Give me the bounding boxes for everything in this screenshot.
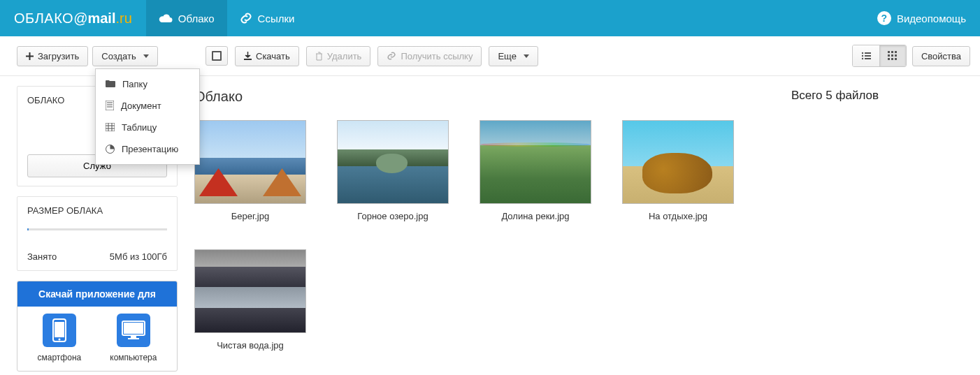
file-item[interactable]: Горное озеро.jpg [337,120,449,221]
file-name: Берег.jpg [194,211,306,221]
svg-rect-32 [128,338,139,339]
file-name: На отдыхе.jpg [622,211,734,221]
promo-smartphone-label: смартфона [38,353,82,362]
create-folder-label: Папку [122,79,147,89]
upload-button[interactable]: Загрузить [17,46,88,66]
video-help[interactable]: ? Видеопомощь [863,0,980,36]
promo-block: Скачай приложение для смартфона компьюте… [17,281,178,372]
plus-icon [26,52,34,60]
create-document-label: Документ [121,101,161,111]
create-label: Создать [101,51,136,61]
file-item[interactable]: Долина реки.jpg [480,120,591,221]
svg-rect-30 [124,323,143,334]
download-button[interactable]: Скачать [235,46,299,66]
files-grid: Берег.jpg Горное озеро.jpg Долина реки.j… [194,120,770,351]
promo-smartphone[interactable]: смартфона [38,314,82,362]
file-name: Долина реки.jpg [480,211,591,221]
svg-rect-21 [891,54,893,57]
file-name: Чистая вода.jpg [194,340,306,351]
create-document[interactable]: Документ [96,95,199,117]
nav-links[interactable]: Ссылки [227,0,308,36]
trash-icon [315,52,323,61]
file-thumbnail [337,120,449,204]
select-all-checkbox[interactable] [206,46,228,66]
delete-button[interactable]: Удалить [306,46,371,66]
view-list-button[interactable] [853,45,879,66]
delete-label: Удалить [327,51,362,61]
svg-point-15 [862,58,863,59]
getlink-label: Получить ссылку [401,51,473,61]
promo-title: Скачай приложение для [17,281,177,307]
logo-text-ru: ru [120,10,132,27]
svg-rect-17 [888,51,890,53]
monitor-icon [117,314,150,347]
logo-text-oblako: ОБЛАКО [14,10,73,27]
folder-icon [106,80,115,88]
storage-used-value: 5Мб из 100Гб [110,251,167,262]
smartphone-icon [43,314,76,347]
create-folder[interactable]: Папку [96,73,199,95]
caret-down-icon [143,54,149,58]
presentation-icon [106,145,115,154]
svg-rect-24 [891,58,893,60]
create-table-label: Таблицу [122,122,157,133]
file-count-summary: Всего 5 файлов [791,89,966,103]
create-dropdown: Папку Документ Таблицу Презентацию [95,68,200,165]
more-button[interactable]: Еще [489,46,538,66]
file-thumbnail [194,249,306,333]
file-item[interactable]: Берег.jpg [194,120,306,221]
main-nav: Облако Ссылки [146,0,308,36]
view-grid-button[interactable] [879,45,906,66]
sidebar-storage-block: РАЗМЕР ОБЛАКА Занято 5Мб из 100Гб [17,196,178,271]
link-icon [387,51,396,61]
logo[interactable]: ОБЛАКО @ mail . ru [0,0,146,36]
svg-rect-4 [106,123,115,131]
svg-point-28 [58,339,60,341]
content-area: Облако Берег.jpg Горное озеро.jpg Долина… [178,76,777,372]
checkbox-icon [212,51,222,61]
cloud-icon [159,13,173,23]
app-header: ОБЛАКО @ mail . ru Облако Ссылки ? Видео… [0,0,980,36]
properties-label: Свойства [921,51,961,61]
svg-point-11 [862,52,863,54]
create-presentation-label: Презентацию [122,144,178,154]
svg-rect-23 [888,58,890,60]
create-table[interactable]: Таблицу [96,117,199,138]
promo-computer[interactable]: компьютера [110,314,157,362]
storage-title: РАЗМЕР ОБЛАКА [27,205,167,216]
caret-down-icon [524,54,529,58]
link-icon [240,12,252,24]
storage-used-label: Занято [27,251,57,262]
more-label: Еще [498,51,516,61]
logo-at: @ [73,10,87,27]
table-icon [106,123,115,131]
svg-rect-19 [895,51,897,53]
properties-button[interactable]: Свойства [912,46,970,66]
svg-rect-20 [888,54,890,57]
right-panel: Всего 5 файлов [777,76,980,372]
video-help-label: Видеопомощь [897,13,966,24]
view-toggle [852,45,907,67]
svg-point-13 [862,55,863,57]
upload-label: Загрузить [38,51,79,61]
file-name: Горное озеро.jpg [337,211,449,221]
create-presentation[interactable]: Презентацию [96,138,199,160]
breadcrumb: Облако [194,89,770,105]
promo-computer-label: компьютера [110,353,157,362]
help-icon: ? [877,11,891,25]
create-button[interactable]: Создать [92,46,157,66]
download-label: Скачать [256,51,290,61]
file-thumbnail [194,120,306,204]
getlink-button[interactable]: Получить ссылку [377,46,482,66]
storage-bar-fill [27,228,29,230]
svg-rect-27 [55,322,64,337]
file-thumbnail [622,120,734,204]
file-item[interactable]: На отдыхе.jpg [622,120,734,221]
logo-text-mail: mail [87,10,115,27]
file-thumbnail [480,120,591,204]
nav-cloud[interactable]: Облако [146,0,227,36]
svg-rect-0 [106,101,114,110]
nav-links-label: Ссылки [258,13,295,24]
svg-rect-22 [895,54,897,57]
file-item[interactable]: Чистая вода.jpg [194,249,306,351]
